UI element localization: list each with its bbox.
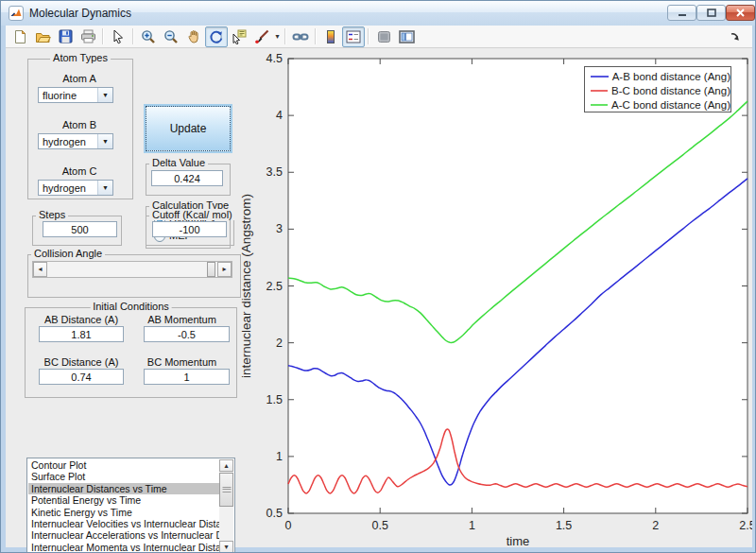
ab-distance-field[interactable]: 1.81 [39,326,124,342]
atom-a-dropdown[interactable]: fluorine ▼ [38,87,113,103]
pan-icon[interactable] [182,26,205,47]
atom-b-label: Atom B [37,119,122,130]
title-bar[interactable]: Molecular Dynamics [1,1,756,26]
print-icon[interactable] [77,26,99,47]
dock-figure-icon[interactable] [724,26,747,47]
zoom-in-icon[interactable] [137,26,160,47]
atom-types-label: Atom Types [50,52,111,63]
legend-entry: A-C bond distance (Ang) [585,97,730,112]
open-file-icon[interactable] [31,26,54,47]
figure-toolbar: ▾ [6,26,752,48]
legend-entry: B-C bond distance (Ang) [585,83,730,97]
svg-text:3: 3 [276,222,283,235]
rotate-3d-icon[interactable] [205,26,228,47]
plot-legend[interactable]: A-B bond distance (Ang)B-C bond distance… [584,66,731,112]
steps-field[interactable]: 500 [43,221,117,237]
legend-entry-label: A-B bond distance (Ang) [612,71,730,82]
maximize-button[interactable] [696,5,726,21]
scroll-up-arrow-icon[interactable]: ▴ [219,459,233,472]
steps-label: Steps [36,209,68,220]
show-plot-tools-icon[interactable] [395,26,418,47]
close-button[interactable] [726,5,755,21]
dropdown-arrow-icon[interactable]: ▼ [97,134,112,148]
brush-caret-icon[interactable]: ▾ [273,27,282,46]
toolbar-separator [284,28,286,44]
brush-icon[interactable] [250,26,273,47]
plot-type-listbox[interactable]: Contour PlotSurface PlotInternuclear Dis… [26,458,235,553]
ab-distance-label: AB Distance (A) [29,314,133,325]
atom-c-label: Atom C [37,165,122,177]
scroll-down-arrow-icon[interactable]: ▾ [219,541,233,553]
data-cursor-icon[interactable] [228,26,250,47]
atom-a-value: fluorine [43,89,77,102]
atom-c-dropdown[interactable]: hydrogen ▼ [38,180,113,196]
svg-text:2.5: 2.5 [739,519,752,532]
list-item[interactable]: Contour Plot [28,459,220,471]
slider-right-arrow-icon[interactable]: ▸ [217,262,232,277]
legend-entry-label: A-C bond distance (Ang) [611,99,730,111]
collision-angle-slider[interactable]: ◂ ▸ [32,261,232,278]
atom-b-value: hydrogen [43,135,86,148]
svg-text:3.5: 3.5 [266,165,283,179]
slider-thumb[interactable] [207,262,215,277]
edit-plot-icon[interactable] [107,26,129,47]
toolbar-separator [368,28,369,44]
zoom-out-icon[interactable] [160,26,182,47]
list-item[interactable]: Internuclear Momenta vs Internuclear Dis… [28,542,220,553]
molecular-dynamics-window: Molecular Dynamics [0,0,756,553]
cutoff-label: Cutoff (Kcal/ mol) [149,209,235,220]
link-plot-icon[interactable] [289,26,312,47]
legend-entry: A-B bond distance (Ang) [585,69,730,83]
slider-left-arrow-icon[interactable]: ◂ [33,262,47,277]
atom-b-dropdown[interactable]: hydrogen ▼ [38,133,113,149]
dropdown-arrow-icon[interactable]: ▼ [97,181,112,195]
bc-distance-field[interactable]: 0.74 [39,369,124,385]
bc-momentum-field[interactable]: 1 [144,369,230,385]
svg-text:2.5: 2.5 [266,280,283,293]
list-item[interactable]: Internuclear Distances vs Time [28,483,220,494]
delta-value-field[interactable]: 0.424 [151,170,223,186]
svg-text:1: 1 [276,450,283,463]
svg-text:internuclear distance (Angstro: internuclear distance (Angstrom) [239,194,253,378]
update-button[interactable]: Update [146,106,231,151]
svg-text:0.5: 0.5 [266,507,283,520]
figure-canvas: Atom Types Atom A fluorine ▼ Atom B hydr… [6,48,752,547]
list-item[interactable]: Potential Energy vs Time [28,494,220,506]
update-button-label: Update [170,122,207,135]
initial-conditions-label: Initial Conditions [90,301,172,312]
svg-text:1.5: 1.5 [556,519,572,532]
new-figure-icon[interactable] [9,26,31,47]
bc-momentum-label: BC Momentum [134,356,230,368]
insert-colorbar-icon[interactable] [319,26,342,47]
plot-axes: 00.511.522.50.511.522.533.544.5timeinter… [237,50,752,547]
hide-plot-tools-icon[interactable] [372,26,395,47]
legend-entry-label: B-C bond distance (Ang) [611,85,730,96]
svg-text:0: 0 [285,519,292,532]
collision-angle-label: Collision Angle [31,248,105,259]
toolbar-separator [315,28,317,44]
svg-text:2: 2 [276,337,283,350]
save-figure-icon[interactable] [54,26,77,47]
dropdown-arrow-icon[interactable]: ▼ [97,88,112,102]
listbox-vscrollbar[interactable]: ▴ ▾ [219,459,233,553]
ab-momentum-field[interactable]: -0.5 [144,326,230,342]
list-item[interactable]: Internuclear Velocities vs Internuclear … [28,518,220,529]
ab-momentum-label: AB Momentum [134,314,230,325]
vscroll-thumb[interactable] [219,473,233,507]
list-item[interactable]: Internuclear Accelerations vs Internucle… [28,529,220,541]
svg-text:time: time [507,534,530,547]
cutoff-field[interactable]: -100 [152,221,227,237]
bc-distance-label: BC Distance (A) [29,356,133,368]
legend-line-sample [590,103,608,107]
legend-line-sample [590,89,608,93]
svg-text:2: 2 [652,519,659,532]
minimize-button[interactable] [667,5,696,21]
list-item[interactable]: Surface Plot [28,471,220,482]
insert-legend-icon[interactable] [342,26,365,47]
matlab-figure-icon [9,6,24,21]
svg-text:4: 4 [276,109,283,122]
list-item[interactable]: Kinetic Energy vs Time [28,507,220,518]
delta-value-label: Delta Value [149,157,208,168]
atom-a-label: Atom A [37,73,122,84]
svg-text:4.5: 4.5 [266,52,283,65]
